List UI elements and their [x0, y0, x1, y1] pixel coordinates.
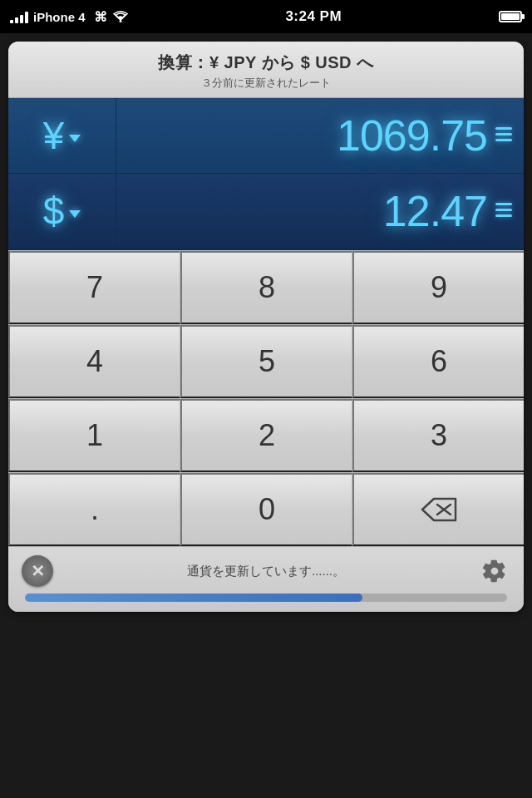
keypad-row-4: . 0: [8, 473, 524, 546]
key-decimal[interactable]: .: [8, 473, 180, 546]
app-title: 換算：¥ JPY から $ USD へ: [17, 52, 515, 74]
bottom-bar-top: ✕ 通貨を更新しています......。: [22, 555, 510, 587]
bottom-bar: ✕ 通貨を更新しています......。: [8, 546, 524, 612]
currency-row-usd[interactable]: $ 12.47: [8, 174, 524, 249]
key-9[interactable]: 9: [352, 251, 524, 324]
usd-symbol: $: [43, 189, 65, 234]
progress-bar-container: [25, 594, 507, 602]
battery-fill: [501, 13, 520, 20]
keypad-row-1: 7 8 9: [8, 251, 524, 325]
wifi-icon: ⌘: [94, 9, 107, 25]
key-3[interactable]: 3: [352, 399, 524, 472]
jpy-dropdown-arrow-icon[interactable]: [69, 135, 81, 142]
app-container: 換算：¥ JPY から $ USD へ ３分前に更新されたレート ¥ 1069.…: [8, 42, 524, 612]
usd-symbol-inner: $: [43, 189, 81, 234]
close-icon: ✕: [31, 563, 45, 579]
status-left: iPhone 4 ⌘: [10, 9, 129, 25]
status-text: 通貨を更新しています......。: [53, 564, 479, 579]
key-8[interactable]: 8: [180, 251, 352, 324]
usd-dropdown-arrow-icon[interactable]: [69, 210, 81, 218]
signal-bars-icon: [10, 10, 28, 23]
backspace-icon: [421, 497, 457, 522]
keypad-row-3: 1 2 3: [8, 399, 524, 473]
usd-value-box: 12.47: [116, 174, 524, 249]
key-7[interactable]: 7: [8, 251, 180, 324]
app-subtitle: ３分前に更新されたレート: [17, 76, 515, 91]
battery-icon: [499, 11, 522, 22]
progress-bar-fill: [25, 594, 362, 602]
app-header: 換算：¥ JPY から $ USD へ ３分前に更新されたレート: [8, 42, 524, 98]
close-button[interactable]: ✕: [22, 555, 53, 587]
jpy-value: 1069.75: [337, 111, 487, 160]
keypad: 7 8 9 4 5 6 1 2 3 . 0: [8, 250, 524, 546]
currency-display: ¥ 1069.75 $ 12.47: [8, 98, 524, 250]
device-name: iPhone 4: [33, 10, 86, 24]
jpy-symbol-inner: ¥: [43, 113, 81, 158]
status-bar: iPhone 4 ⌘ 3:24 PM: [0, 0, 532, 33]
usd-value: 12.47: [383, 186, 487, 236]
key-5[interactable]: 5: [180, 325, 352, 398]
gear-icon: [482, 559, 507, 584]
jpy-symbol: ¥: [43, 113, 65, 158]
key-2[interactable]: 2: [180, 399, 352, 472]
jpy-menu-icon[interactable]: [495, 127, 512, 141]
wifi-icon-svg: [112, 10, 129, 23]
key-1[interactable]: 1: [8, 399, 180, 472]
key-0[interactable]: 0: [180, 473, 352, 546]
key-6[interactable]: 6: [352, 325, 524, 398]
usd-menu-icon[interactable]: [495, 203, 512, 217]
svg-point-0: [119, 20, 121, 22]
status-time: 3:24 PM: [285, 8, 342, 25]
keypad-row-2: 4 5 6: [8, 325, 524, 399]
jpy-symbol-box[interactable]: ¥: [8, 98, 116, 173]
key-4[interactable]: 4: [8, 325, 180, 398]
jpy-value-box: 1069.75: [116, 98, 524, 173]
usd-symbol-box[interactable]: $: [8, 174, 116, 249]
currency-row-jpy[interactable]: ¥ 1069.75: [8, 98, 524, 174]
settings-button[interactable]: [479, 555, 510, 587]
key-backspace[interactable]: [352, 473, 524, 546]
status-right: [499, 11, 522, 22]
